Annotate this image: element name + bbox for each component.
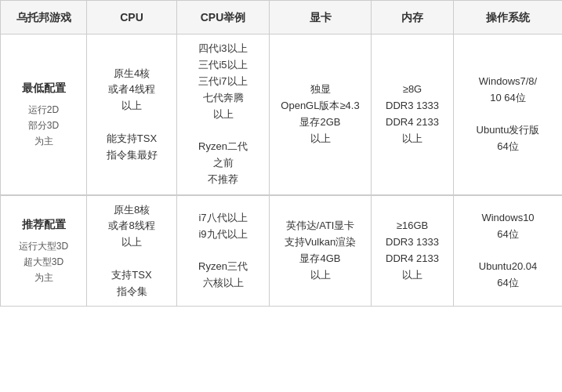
- header-cpu: CPU: [87, 1, 177, 34]
- table-row: 最低配置 运行2D 部分3D 为主 原生4核 或者4线程 以上 能支持TSX 指…: [1, 34, 563, 195]
- rec-gpu-cell: 英伟达/ATI显卡 支持Vulkan渲染 显存4GB 以上: [270, 195, 372, 307]
- spec-table: 乌托邦游戏 CPU CPU举例 显卡 内存 操作系统 最低配置 运行2D 部分3…: [0, 0, 562, 307]
- min-config-title: 最低配置: [5, 79, 82, 96]
- min-config-desc: 运行2D 部分3D 为主: [5, 102, 82, 150]
- min-gpu-cell: 独显 OpenGL版本≥4.3 显存2GB 以上: [270, 34, 372, 195]
- rec-config-title: 推荐配置: [5, 216, 82, 233]
- min-ram-cell: ≥8G DDR3 1333 DDR4 2133 以上: [372, 34, 454, 195]
- min-game-cell: 最低配置 运行2D 部分3D 为主: [1, 34, 87, 195]
- min-cpu-example-cell: 四代i3以上 三代i5以上 三代i7以上 七代奔腾 以上 Ryzen二代 之前 …: [177, 34, 270, 195]
- header-game: 乌托邦游戏: [1, 1, 87, 34]
- spec-table-wrapper: 乌托邦游戏 CPU CPU举例 显卡 内存 操作系统 最低配置 运行2D 部分3…: [0, 0, 562, 307]
- rec-config-desc: 运行大型3D 超大型3D 为主: [5, 238, 82, 286]
- min-os-cell: Windows7/8/ 10 64位 Ubuntu发行版 64位: [454, 34, 563, 195]
- table-header-row: 乌托邦游戏 CPU CPU举例 显卡 内存 操作系统: [1, 1, 563, 34]
- header-cpu-example: CPU举例: [177, 1, 270, 34]
- header-gpu: 显卡: [270, 1, 372, 34]
- header-ram: 内存: [372, 1, 454, 34]
- rec-os-cell: Windows10 64位 Ubuntu20.04 64位: [454, 195, 563, 307]
- rec-ram-cell: ≥16GB DDR3 1333 DDR4 2133 以上: [372, 195, 454, 307]
- rec-cpu-cell: 原生8核 或者8线程 以上 支持TSX 指令集: [87, 195, 177, 307]
- rec-cpu-example-cell: i7八代以上 i9九代以上 Ryzen三代 六核以上: [177, 195, 270, 307]
- table-row: 推荐配置 运行大型3D 超大型3D 为主 原生8核 或者8线程 以上 支持TSX…: [1, 195, 563, 307]
- rec-game-cell: 推荐配置 运行大型3D 超大型3D 为主: [1, 195, 87, 307]
- header-os: 操作系统: [454, 1, 563, 34]
- min-cpu-cell: 原生4核 或者4线程 以上 能支持TSX 指令集最好: [87, 34, 177, 195]
